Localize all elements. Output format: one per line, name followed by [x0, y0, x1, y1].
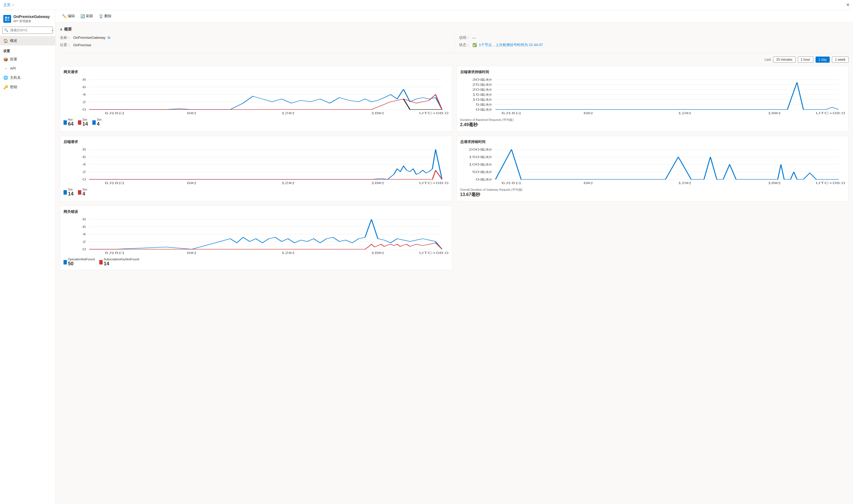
refresh-button[interactable]: 🔄 刷新 [78, 12, 95, 20]
ge-legend-opnotfound-label: OperationNotFound [68, 257, 95, 261]
svg-text:6时: 6时 [187, 112, 197, 115]
summary-name-row: 名称： OnPremiseGateway ⧉ [60, 35, 450, 40]
svg-rect-3 [7, 19, 10, 21]
svg-text:UTC+08:00: UTC+08:00 [419, 112, 449, 115]
time-btn-1hour[interactable]: 1 hour [798, 57, 813, 62]
sidebar-section-settings: 设置 [0, 46, 55, 55]
svg-text:6月8日: 6月8日 [105, 112, 125, 115]
svg-text:0: 0 [82, 178, 86, 181]
backend-requests-chart: 8 6 4 2 0 6月8日 6时 12时 18时 UTC+08:00 [64, 147, 449, 185]
svg-text:2: 2 [82, 170, 86, 174]
svg-text:18时: 18时 [768, 182, 781, 185]
svg-text:20毫秒: 20毫秒 [472, 88, 492, 91]
sidebar-item-label-keys: 密钥 [10, 85, 17, 90]
br-legend-3xx: 3xx 4 [78, 188, 87, 197]
br-legend-3xx-count: 4 [82, 191, 87, 197]
svg-text:12时: 12时 [281, 182, 295, 185]
sidebar-item-label-deployment: 部署 [10, 57, 17, 62]
svg-rect-1 [7, 17, 10, 19]
refresh-icon: 🔄 [81, 14, 85, 18]
svg-text:0毫秒: 0毫秒 [476, 178, 492, 181]
collapse-button[interactable]: « [52, 29, 53, 32]
svg-text:100毫秒: 100毫秒 [469, 163, 492, 166]
gateway-requests-legend: 4xx 64 2xx 14 [64, 118, 449, 127]
summary-title: 概要 [64, 27, 72, 32]
ge-legend-subkeynotfound-label: SubscriptionKeyNotFound [104, 257, 139, 261]
overall-duration-chart: 200毫秒 150毫秒 100毫秒 50毫秒 0毫秒 6月8日 6时 12时 1… [460, 147, 845, 185]
svg-text:0: 0 [82, 108, 86, 111]
svg-text:UTC+08:00: UTC+08:00 [419, 251, 449, 254]
backend-requests-legend: 2xx 14 3xx 4 [64, 188, 449, 197]
copy-icon[interactable]: ⧉ [108, 35, 110, 40]
overview-icon: 🏠 [3, 38, 8, 43]
svg-text:0: 0 [82, 248, 86, 251]
desc-value: --- [472, 36, 476, 40]
gateway-requests-card: 网关请求 8 6 4 2 [60, 66, 452, 131]
br-legend-2xx: 2xx 14 [64, 188, 73, 197]
location-label: 位置： [60, 42, 71, 48]
sidebar-item-api[interactable]: → API [0, 64, 55, 73]
svg-text:4: 4 [82, 163, 86, 166]
br-legend-2xx-label: 2xx [68, 188, 73, 191]
charts-grid: 网关请求 8 6 4 2 [60, 66, 849, 270]
svg-text:8: 8 [82, 148, 86, 151]
top-bar: 主页 › ✕ [0, 0, 853, 10]
backend-duration-title: 后端请求持续时间 [460, 70, 845, 75]
status-link[interactable]: 1个节点，上次检测信号时间为 21:44:47 [479, 42, 543, 48]
overall-duration-card: 总请求持续时间 200毫秒 150毫秒 100毫秒 50毫秒 [457, 136, 849, 201]
name-label: 名称： [60, 35, 71, 40]
search-input[interactable] [2, 26, 53, 34]
svg-text:50毫秒: 50毫秒 [472, 170, 492, 174]
legend-2xx-label: 2xx [82, 118, 88, 121]
svg-text:150毫秒: 150毫秒 [469, 156, 492, 159]
time-btn-15min[interactable]: 15 minutes [773, 57, 796, 62]
backend-duration-metric-value: 2.49毫秒 [460, 122, 845, 128]
svg-text:6时: 6时 [584, 182, 593, 185]
sidebar-item-overview[interactable]: 🏠 概述 [0, 36, 55, 46]
backend-requests-title: 后端请求 [64, 140, 449, 144]
ge-legend-subkeynotfound: SubscriptionKeyNotFound 14 [99, 257, 139, 267]
svg-text:8: 8 [82, 78, 86, 81]
svg-text:UTC+08:00: UTC+08:00 [419, 182, 449, 185]
svg-text:25毫秒: 25毫秒 [472, 83, 492, 86]
summary-section-header: ∧ 概要 [60, 27, 849, 32]
location-value: OnPremise [73, 43, 91, 47]
ge-legend-opnotfound-bar [64, 260, 67, 265]
legend-2xx: 2xx 14 [78, 118, 88, 127]
br-legend-2xx-count: 14 [68, 191, 73, 197]
api-icon: → [3, 66, 8, 71]
sidebar-item-keys[interactable]: 🔑 密钥 [0, 82, 55, 92]
time-btn-1day[interactable]: 1 day [816, 57, 830, 62]
svg-rect-0 [5, 17, 7, 19]
svg-text:12时: 12时 [281, 251, 295, 254]
svg-text:200毫秒: 200毫秒 [469, 148, 492, 151]
ge-legend-subkeynotfound-count: 14 [104, 261, 139, 267]
svg-text:4: 4 [82, 93, 86, 96]
backend-duration-metric-label: Duration of Backend Requests (平均值) [460, 118, 845, 122]
svg-text:12时: 12时 [281, 112, 295, 115]
status-label: 状态： [459, 42, 470, 48]
backend-requests-card: 后端请求 8 6 4 2 0 [60, 136, 452, 201]
app-title: OnPremiseGateway [13, 14, 50, 19]
breadcrumb-separator: › [12, 3, 13, 7]
time-btn-1week[interactable]: 1 week [832, 57, 849, 62]
svg-text:0毫秒: 0毫秒 [476, 108, 492, 111]
keys-icon: 🔑 [3, 85, 8, 89]
summary-location-row: 位置： OnPremise [60, 42, 450, 48]
svg-text:6月8日: 6月8日 [105, 251, 125, 254]
breadcrumb-home[interactable]: 主页 [3, 2, 11, 7]
close-button[interactable]: ✕ [846, 2, 850, 7]
summary-desc-row: 说明： --- [459, 35, 849, 40]
br-legend-2xx-bar [64, 190, 67, 195]
edit-button[interactable]: ✏️ 编辑 [60, 12, 77, 20]
br-legend-3xx-bar [78, 190, 81, 195]
sidebar-item-hostname[interactable]: 🌐 主机名 [0, 73, 55, 82]
sidebar-item-deployment[interactable]: 📦 部署 [0, 55, 55, 64]
overall-duration-title: 总请求持续时间 [460, 140, 845, 144]
svg-text:18时: 18时 [371, 112, 385, 115]
legend-3xx-bar [92, 120, 96, 125]
ge-legend-opnotfound-count: 50 [68, 261, 95, 267]
sidebar-item-label-api: API [10, 66, 16, 70]
delete-button[interactable]: 🗑️ 删除 [97, 12, 114, 20]
svg-text:6月8日: 6月8日 [501, 182, 521, 185]
